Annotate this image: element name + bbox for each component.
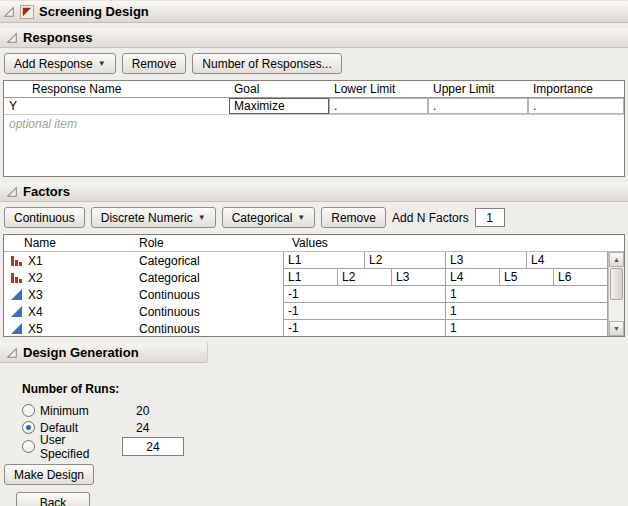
factor-value-cell[interactable]: L3 — [445, 252, 527, 269]
response-upper-limit-cell[interactable]: . — [428, 98, 528, 114]
factor-role-cell[interactable]: Continuous — [114, 286, 284, 303]
factor-value-cell[interactable]: 1 — [445, 319, 608, 336]
discrete-numeric-button[interactable]: Discrete Numeric ▼ — [91, 207, 216, 228]
continuous-button[interactable]: Continuous — [4, 207, 85, 228]
column-header-lower-limit: Lower Limit — [329, 82, 428, 96]
remove-factor-label: Remove — [331, 211, 376, 225]
user-specified-radio-button[interactable] — [22, 440, 35, 453]
red-triangle-icon — [22, 7, 32, 17]
categorical-icon — [11, 272, 23, 284]
minimum-runs-value: 20 — [136, 404, 149, 418]
scrollbar-track[interactable] — [609, 267, 624, 321]
factor-value-cell[interactable]: L6 — [553, 268, 608, 286]
minimum-runs-option[interactable]: Minimum 20 — [22, 402, 628, 419]
add-response-label: Add Response — [14, 57, 93, 71]
factor-name-cell[interactable]: X5 — [4, 320, 114, 336]
disclosure-open-icon[interactable] — [6, 347, 18, 359]
factors-button-row: Continuous Discrete Numeric ▼ Categorica… — [4, 207, 628, 228]
make-design-button[interactable]: Make Design — [4, 464, 94, 485]
number-of-responses-button[interactable]: Number of Responses... — [192, 53, 341, 74]
scroll-down-icon[interactable]: ▼ — [609, 321, 624, 336]
disclosure-open-icon[interactable] — [6, 186, 18, 198]
responses-table: Response Name Goal Lower Limit Upper Lim… — [3, 80, 625, 177]
column-header-role: Role — [114, 236, 284, 250]
make-design-label: Make Design — [14, 468, 84, 482]
factor-value-cell[interactable]: -1 — [283, 319, 446, 336]
factor-value-cell[interactable]: L2 — [337, 268, 392, 286]
factor-name: X3 — [28, 288, 43, 302]
response-row: Y Maximize . . . — [4, 98, 624, 115]
factor-value-cell[interactable]: L4 — [526, 252, 608, 269]
responses-button-row: Add Response ▼ Remove Number of Response… — [4, 53, 628, 74]
factor-value-cell[interactable]: L2 — [364, 252, 446, 269]
number-of-runs-label: Number of Runs: — [22, 382, 628, 396]
categorical-icon — [11, 255, 23, 267]
response-name-cell[interactable]: Y — [4, 98, 229, 114]
responses-title: Responses — [23, 30, 92, 45]
continuous-icon — [11, 323, 23, 335]
factor-value-cell[interactable]: 1 — [445, 285, 608, 303]
column-header-name: Name — [4, 236, 114, 250]
factor-row: X5 Continuous -1 1 — [4, 320, 608, 336]
design-generation-title: Design Generation — [23, 345, 139, 360]
scroll-up-icon[interactable]: ▲ — [609, 252, 624, 267]
factor-role-cell[interactable]: Continuous — [114, 303, 284, 320]
factor-value-cell[interactable]: 1 — [445, 302, 608, 320]
continuous-label: Continuous — [14, 211, 75, 225]
factor-role-cell[interactable]: Continuous — [114, 320, 284, 336]
factor-name-cell[interactable]: X2 — [4, 269, 114, 286]
factor-values: L1 L2 L3 L4 L5 L6 — [284, 269, 608, 286]
factor-value-cell[interactable]: L1 — [283, 268, 338, 286]
response-lower-limit-cell[interactable]: . — [329, 98, 428, 114]
disclosure-open-icon[interactable] — [3, 6, 15, 18]
disclosure-open-icon[interactable] — [6, 32, 18, 44]
factor-value-cell[interactable]: L3 — [391, 268, 446, 286]
chevron-down-icon: ▼ — [297, 213, 305, 222]
add-n-factors-input[interactable]: 1 — [475, 208, 505, 227]
factor-role-cell[interactable]: Categorical — [114, 269, 284, 286]
column-header-importance: Importance — [528, 82, 624, 96]
factor-name: X5 — [28, 322, 43, 336]
chevron-down-icon: ▼ — [198, 213, 206, 222]
column-header-goal: Goal — [229, 82, 329, 96]
factor-value-cell[interactable]: L4 — [445, 268, 500, 286]
factor-name-cell[interactable]: X4 — [4, 303, 114, 320]
scrollbar-thumb[interactable] — [610, 268, 623, 300]
red-triangle-menu-button[interactable] — [20, 5, 34, 19]
factor-name: X2 — [28, 271, 43, 285]
add-n-factors-label: Add N Factors — [392, 211, 469, 225]
factor-role-cell[interactable]: Categorical — [114, 252, 284, 269]
factor-value-cell[interactable]: L5 — [499, 268, 554, 286]
back-button[interactable]: Back — [16, 492, 90, 506]
remove-response-button[interactable]: Remove — [122, 53, 187, 74]
response-goal-cell[interactable]: Maximize — [229, 98, 329, 114]
factor-row: X4 Continuous -1 1 — [4, 303, 608, 320]
remove-factor-button[interactable]: Remove — [321, 207, 386, 228]
continuous-icon — [11, 289, 23, 301]
screening-design-window: Screening Design Responses Add Response … — [0, 0, 628, 506]
column-header-response-name: Response Name — [4, 82, 229, 96]
minimum-radio-button[interactable] — [22, 404, 35, 417]
factor-value-cell[interactable]: L1 — [283, 252, 365, 269]
factor-value-cell[interactable]: -1 — [283, 302, 446, 320]
factor-name-cell[interactable]: X3 — [4, 286, 114, 303]
factor-value-cell[interactable]: -1 — [283, 285, 446, 303]
categorical-button[interactable]: Categorical ▼ — [222, 207, 316, 228]
factors-vertical-scrollbar[interactable]: ▲ ▼ — [608, 252, 624, 336]
factor-row: X3 Continuous -1 1 — [4, 286, 608, 303]
back-label: Back — [40, 496, 67, 506]
default-runs-value: 24 — [136, 421, 149, 435]
design-generation-section-header: Design Generation — [0, 342, 208, 363]
page-title: Screening Design — [39, 4, 149, 19]
user-specified-runs-option[interactable]: User Specified 24 — [22, 436, 628, 457]
column-header-values: Values — [284, 236, 624, 250]
user-specified-runs-input[interactable]: 24 — [122, 437, 184, 456]
factor-name-cell[interactable]: X1 — [4, 252, 114, 269]
response-importance-cell[interactable]: . — [528, 98, 624, 114]
factor-values: -1 1 — [284, 286, 608, 303]
report-title-band: Screening Design — [0, 0, 628, 23]
factors-table: Name Role Values X1 Categorical L1 L2 L3… — [3, 234, 625, 337]
default-radio-button[interactable] — [22, 421, 35, 434]
add-response-button[interactable]: Add Response ▼ — [4, 53, 116, 74]
responses-section-header: Responses — [0, 27, 628, 48]
